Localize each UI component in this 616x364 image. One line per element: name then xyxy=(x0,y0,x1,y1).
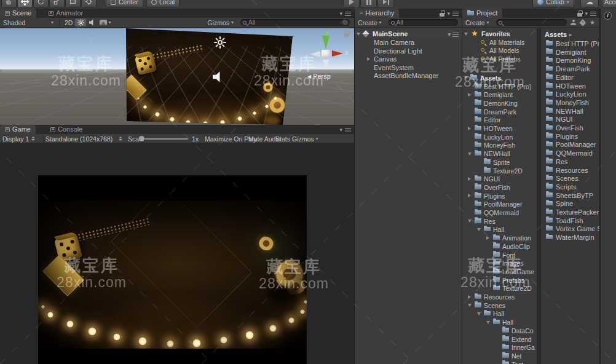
info-icon[interactable] xyxy=(604,12,612,20)
tree-item[interactable]: LoadGame xyxy=(462,267,537,276)
display-dropdown[interactable]: Display 1 xyxy=(2,134,35,143)
foldout-icon[interactable] xyxy=(486,321,490,324)
account-button[interactable]: Account xyxy=(602,0,616,8)
x-axis-cone[interactable] xyxy=(332,50,343,57)
hierarchy-item[interactable]: Canvas xyxy=(355,55,462,63)
tab-menu-icon[interactable] xyxy=(345,128,351,132)
rotate-tool[interactable] xyxy=(33,0,49,8)
splitter[interactable] xyxy=(537,28,541,364)
tab-scene[interactable]: Scene xyxy=(0,9,36,18)
tree-item[interactable]: Texture2D xyxy=(462,284,537,293)
scene-viewport[interactable]: y x ◀ Persp xyxy=(0,28,354,125)
hierarchy-item[interactable]: AssetBundleManager xyxy=(355,71,462,80)
move-rotate-tool[interactable] xyxy=(81,0,97,8)
rect-tool[interactable] xyxy=(65,0,81,8)
foldout-icon[interactable] xyxy=(468,93,471,97)
tree-item[interactable]: NEWHall xyxy=(462,149,537,158)
project-search-input[interactable] xyxy=(496,19,567,26)
game-render-area[interactable] xyxy=(38,175,307,364)
tree-item[interactable]: LuckyLion xyxy=(462,133,537,141)
tree-item[interactable]: Demigiant xyxy=(462,90,537,99)
tree-item[interactable]: DataCo xyxy=(462,326,537,335)
list-item[interactable]: Resources xyxy=(541,166,599,175)
tree-favorite-item[interactable]: All Prefabs xyxy=(462,55,537,63)
tree-item[interactable]: Images xyxy=(462,259,537,267)
tab-dropdown-icon[interactable]: ▾ xyxy=(585,11,588,17)
foldout-icon[interactable] xyxy=(468,194,471,197)
scene-gizmos-dropdown[interactable]: Gizmos ▾ xyxy=(204,19,237,26)
tree-item[interactable]: Texture2D xyxy=(462,167,537,175)
lock-icon[interactable] xyxy=(577,13,582,17)
foldout-icon[interactable] xyxy=(468,220,472,223)
tree-favorite-item[interactable]: All Materials xyxy=(462,38,537,47)
tab-dropdown-icon[interactable]: ▾ xyxy=(339,127,342,133)
2d-toggle[interactable]: 2D xyxy=(62,19,75,26)
hierarchy-search-input[interactable]: All xyxy=(389,19,458,26)
scale-slider[interactable] xyxy=(141,138,188,140)
tree-item[interactable]: Test xyxy=(462,360,537,364)
search-clear-button[interactable] xyxy=(342,20,348,25)
tree-item[interactable]: Font xyxy=(462,251,537,259)
lighting-toggle[interactable] xyxy=(75,18,86,26)
list-item[interactable]: TexturePacker xyxy=(541,208,599,216)
tree-item[interactable]: Resources xyxy=(462,293,537,301)
tree-item[interactable]: Best HTTP (Pro) xyxy=(462,82,537,91)
list-item[interactable]: LuckyLion xyxy=(541,90,599,98)
tab-project[interactable]: Project xyxy=(462,9,502,18)
draw-mode-dropdown[interactable]: Shaded ▾ xyxy=(0,19,57,26)
list-item[interactable]: Scenes xyxy=(541,174,599,183)
hierarchy-item[interactable]: EventSystem xyxy=(355,63,462,72)
hierarchy-item[interactable]: Main Camera xyxy=(355,38,462,47)
tree-item[interactable]: Prefabs xyxy=(462,276,537,285)
list-item[interactable]: PoolManager xyxy=(541,140,599,149)
foldout-icon[interactable] xyxy=(468,295,471,299)
lock-icon[interactable] xyxy=(344,33,349,37)
list-item[interactable]: Res xyxy=(541,157,599,166)
hand-tool[interactable] xyxy=(1,0,17,8)
list-item[interactable]: WaterMargin xyxy=(541,233,599,242)
tab-menu-icon[interactable] xyxy=(345,12,351,16)
list-item[interactable]: Scripts xyxy=(541,183,599,191)
aspect-dropdown[interactable]: Standalone (1024x768) xyxy=(45,134,122,143)
tab-dropdown-icon[interactable]: ▾ xyxy=(447,11,450,17)
foldout-icon[interactable] xyxy=(464,76,468,79)
pause-button[interactable] xyxy=(360,0,377,8)
list-item[interactable]: HOTween xyxy=(541,82,599,90)
cloud-services-button[interactable]: ☁ xyxy=(580,0,599,8)
tree-assets-root[interactable]: Assets xyxy=(462,74,537,82)
audio-toggle[interactable] xyxy=(86,18,97,26)
list-item[interactable]: OverFish xyxy=(541,124,599,132)
tree-item[interactable]: PoolManager xyxy=(462,200,537,208)
tree-item[interactable]: MoneyFish xyxy=(462,141,537,149)
list-item[interactable]: DreamPark xyxy=(541,65,599,73)
lock-icon[interactable] xyxy=(440,13,444,17)
foldout-icon[interactable] xyxy=(357,33,360,36)
list-item[interactable]: Spine xyxy=(541,199,599,208)
tree-item[interactable]: Sprite xyxy=(462,158,537,167)
search-by-label-icon[interactable] xyxy=(579,19,586,26)
effects-dropdown[interactable]: ▾ xyxy=(97,18,113,26)
list-item[interactable]: Demigiant xyxy=(541,48,599,57)
tree-favorites-root[interactable]: ★Favorites xyxy=(462,30,537,38)
tree-item[interactable]: NGUI xyxy=(462,175,537,183)
project-create-dropdown[interactable]: Create ▾ xyxy=(462,19,492,26)
play-button[interactable] xyxy=(343,0,360,8)
tree-item[interactable]: Hall xyxy=(462,318,537,326)
axis-cone-down[interactable] xyxy=(323,60,329,70)
foldout-icon[interactable] xyxy=(486,236,489,240)
tree-favorite-item[interactable]: All Models xyxy=(462,46,537,55)
y-axis-cone[interactable] xyxy=(322,36,330,49)
directional-light-gizmo[interactable] xyxy=(214,36,226,49)
stats-toggle[interactable]: Stats xyxy=(275,134,290,143)
tree-item[interactable]: Hall xyxy=(462,309,537,318)
axis-cone-left[interactable] xyxy=(310,51,320,57)
tree-item[interactable]: Animation xyxy=(462,234,537,242)
tree-item[interactable]: Res xyxy=(462,217,537,226)
breadcrumb[interactable]: Assets ▸ xyxy=(545,31,572,38)
gizmo-cube[interactable] xyxy=(322,50,331,58)
tree-item[interactable]: InnerGa xyxy=(462,343,537,352)
foldout-icon[interactable] xyxy=(477,312,481,315)
list-item[interactable]: Plugins xyxy=(541,132,599,141)
pivot-toggle-button[interactable]: Center xyxy=(106,0,143,8)
hierarchy-scene-row[interactable]: MainScene▾ xyxy=(355,30,462,38)
